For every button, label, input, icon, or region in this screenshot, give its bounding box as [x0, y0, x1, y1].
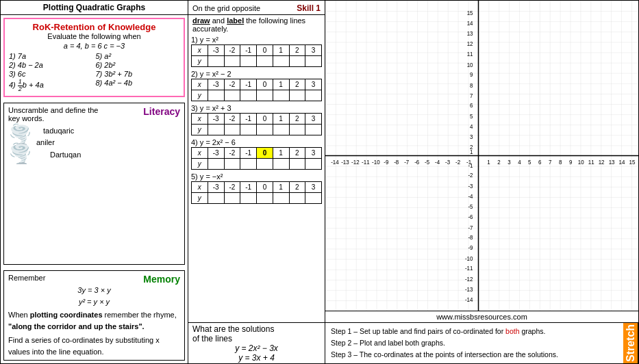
svg-text:-2: -2	[455, 159, 461, 166]
svg-text:-7: -7	[404, 159, 410, 166]
rok-equation: a = 4, b = 6 c = −3	[9, 42, 179, 50]
eq-table-4: x -3 -2 -1 0 1 2 3 y	[191, 147, 322, 170]
skill-header: On the grid opposite Skill 1	[188, 1, 325, 15]
svg-text:-8: -8	[468, 235, 473, 241]
memory-eq1: 3y = 3 × y	[8, 285, 180, 296]
word-dartuqan: Dartuqan	[50, 149, 81, 161]
svg-text:-2: -2	[468, 172, 473, 179]
svg-text:3: 3	[470, 134, 473, 140]
skill-instructions: draw and label the following lines accur…	[188, 15, 325, 34]
stretch-line1: y = 2x² − 3x	[192, 343, 321, 353]
svg-text:-5: -5	[468, 204, 473, 210]
remember-label: Remember	[8, 274, 45, 282]
eq-table-1: x -3 -2 -1 0 1 2 3 y	[191, 44, 322, 67]
tornado-icon: 🌪️🌪️	[8, 125, 32, 164]
svg-text:14: 14	[467, 21, 473, 27]
eq-block-2: 2) y = x² − 2 x -3 -2 -1 0 1 2 3 y	[191, 70, 322, 101]
stretch-label: Stretch	[623, 323, 638, 363]
literacy-section: Unscramble and define thekey words. Lite…	[3, 103, 185, 265]
svg-text:5: 5	[470, 114, 473, 120]
eq-header-row-3: x -3 -2 -1 0 1 2 3	[192, 114, 322, 125]
stretch-question2: of the lines	[192, 334, 321, 343]
graph-url: www.missbsresources.com	[325, 311, 638, 322]
rok-item-7: 7) 3b² + 7b	[96, 70, 180, 78]
literacy-header: Unscramble and define thekey words. Lite…	[8, 106, 180, 122]
stretch-steps: Step 1 – Set up table and find pairs of …	[325, 323, 623, 363]
eq-header-row-5: x -3 -2 -1 0 1 2 3	[192, 182, 322, 193]
memory-instruction: Find a series of co-ordinates by substit…	[8, 335, 180, 357]
rok-item-4: 4) 12b + 4a	[9, 79, 93, 93]
svg-text:-3: -3	[468, 183, 473, 190]
svg-text:1: 1	[470, 149, 473, 155]
svg-text:-4: -4	[435, 159, 440, 166]
svg-text:-14: -14	[465, 297, 473, 303]
svg-text:-6: -6	[468, 214, 473, 220]
svg-text:1: 1	[487, 159, 490, 166]
eq-block-4: 4) y = 2x² − 6 x -3 -2 -1 0 1 2 3 y	[191, 138, 322, 170]
stretch-question-area: What are the solutions of the lines y = …	[188, 322, 325, 363]
svg-text:7: 7	[470, 93, 473, 99]
svg-text:-10: -10	[465, 256, 473, 262]
word-list: taduqaric aniler Dartuqan	[36, 125, 81, 161]
eq-label-3: 3) y = x² + 3	[191, 104, 322, 112]
svg-text:6: 6	[470, 103, 473, 109]
stretch-line2: y = 3x + 4	[192, 353, 321, 363]
right-column: -14 -13 -12 -11 -10 -9 -8 -7 -6 -5 -4 -3…	[325, 0, 639, 364]
graph-grid: -14 -13 -12 -11 -10 -9 -8 -7 -6 -5 -4 -3…	[325, 1, 638, 311]
svg-text:-4: -4	[468, 194, 473, 200]
svg-text:-1: -1	[468, 163, 473, 169]
rok-item-5: 5) a²	[96, 52, 180, 60]
svg-text:3: 3	[508, 159, 511, 166]
svg-text:-12: -12	[465, 276, 473, 283]
svg-text:8: 8	[559, 159, 562, 166]
skill-header-text: On the grid opposite	[192, 4, 260, 12]
rok-subtitle: Evaluate the following when	[9, 32, 179, 40]
rok-item-2: 2) 4b − 2a	[9, 61, 93, 69]
main-container: Plotting Quadratic Graphs RoK-Retention …	[0, 0, 639, 364]
svg-text:13: 13	[467, 31, 473, 37]
svg-text:15: 15	[629, 159, 636, 166]
equations-area: 1) y = x² x -3 -2 -1 0 1 2 3 y	[188, 34, 325, 322]
svg-text:11: 11	[467, 51, 473, 57]
svg-text:-9: -9	[384, 159, 389, 166]
eq-y-row-1: y	[192, 56, 322, 67]
eq-header-row-2: x -3 -2 -1 0 1 2 3	[192, 79, 322, 90]
eq-header-row-1: x -3 -2 -1 0 1 2 3	[192, 45, 322, 56]
eq-y-row-3: y	[192, 125, 322, 135]
svg-text:-14: -14	[331, 159, 339, 166]
svg-text:-12: -12	[351, 159, 360, 166]
left-column: Plotting Quadratic Graphs RoK-Retention …	[0, 0, 188, 364]
svg-text:11: 11	[588, 159, 594, 166]
memory-section: Remember Memory 3y = 3 × y y² = y × y Wh…	[3, 270, 185, 361]
eq-block-1: 1) y = x² x -3 -2 -1 0 1 2 3 y	[191, 36, 322, 67]
svg-text:-3: -3	[445, 159, 451, 166]
svg-text:-9: -9	[468, 245, 473, 251]
svg-text:6: 6	[538, 159, 542, 166]
svg-text:-5: -5	[425, 159, 430, 166]
rok-item-1: 1) 7a	[9, 52, 93, 60]
memory-header: Remember Memory	[8, 274, 180, 285]
eq-label-1: 1) y = x²	[191, 36, 322, 44]
eq-table-2: x -3 -2 -1 0 1 2 3 y	[191, 79, 322, 101]
svg-text:2: 2	[497, 159, 501, 166]
eq-y-row-4: y	[192, 159, 322, 170]
svg-text:7: 7	[549, 159, 552, 166]
svg-text:15: 15	[467, 10, 473, 16]
word-aniler: aniler	[36, 137, 81, 149]
literacy-content: 🌪️🌪️ taduqaric aniler Dartuqan	[8, 125, 180, 164]
rok-items: 1) 7a 5) a² 2) 4b − 2a 6) 2b² 3) 6c 7) 3…	[9, 52, 179, 93]
svg-text:-10: -10	[372, 159, 380, 166]
svg-text:14: 14	[619, 159, 625, 166]
rok-item-6: 6) 2b²	[96, 61, 180, 69]
eq-block-5: 5) y = −x² x -3 -2 -1 0 1 2 3 y	[191, 172, 322, 204]
skill-badge: Skill 1	[297, 3, 321, 13]
svg-text:8: 8	[470, 83, 473, 89]
svg-text:9: 9	[470, 72, 473, 78]
stretch-step-1: Step 1 – Set up table and find pairs of …	[331, 326, 618, 337]
svg-text:-8: -8	[394, 159, 399, 166]
rok-item-3: 3) 6c	[9, 70, 93, 78]
svg-text:-13: -13	[341, 159, 349, 166]
svg-text:10: 10	[578, 159, 584, 166]
svg-text:12: 12	[467, 41, 473, 47]
stretch-step-3: Step 3 – The co-ordinates at the points …	[331, 349, 618, 361]
